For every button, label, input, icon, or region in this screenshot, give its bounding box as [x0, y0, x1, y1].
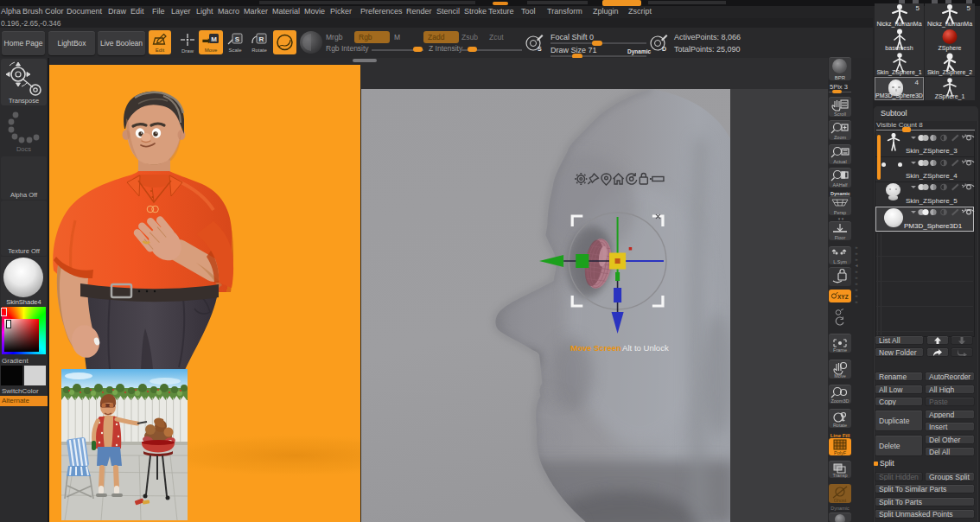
svg-text:Scale: Scale — [228, 48, 242, 53]
svg-text:Move: Move — [205, 48, 218, 53]
svg-text:Move Screen: Move Screen — [570, 343, 621, 353]
svg-text:R: R — [259, 35, 264, 43]
svg-text:S: S — [538, 46, 542, 52]
svg-text:XYZ: XYZ — [837, 294, 849, 300]
svg-text:PolyF: PolyF — [834, 450, 847, 455]
svg-text:M: M — [211, 35, 217, 43]
svg-text:Alt to Unlock: Alt to Unlock — [622, 343, 669, 353]
svg-text:Draw: Draw — [181, 48, 194, 54]
svg-text:D: D — [662, 46, 666, 52]
svg-text:S: S — [235, 35, 240, 43]
svg-text:Edit: Edit — [156, 48, 165, 53]
svg-text:Rotate: Rotate — [251, 48, 267, 53]
